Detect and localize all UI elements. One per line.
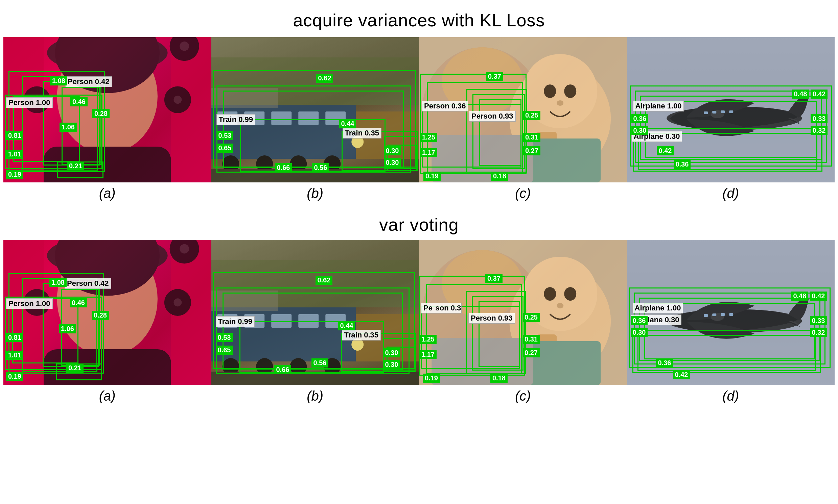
svg-rect-73	[298, 314, 319, 328]
svg-rect-97	[712, 313, 716, 316]
svg-rect-69	[356, 314, 419, 361]
svg-point-80	[352, 339, 363, 350]
svg-rect-74	[325, 314, 346, 328]
svg-point-61	[179, 244, 189, 254]
svg-rect-47	[712, 111, 716, 113]
page-wrapper: acquire variances with KL Loss	[0, 0, 838, 410]
caption-c-bot: (c)	[419, 389, 627, 404]
svg-rect-81	[211, 290, 278, 311]
caption-b-bot: (b)	[211, 389, 419, 404]
caption-row-2: (a) (b) (c) (d)	[0, 385, 838, 410]
svg-rect-72	[271, 314, 291, 328]
caption-d-top: (d)	[627, 186, 835, 201]
svg-rect-53	[44, 349, 171, 385]
svg-rect-24	[325, 111, 346, 125]
svg-point-87	[544, 287, 556, 301]
svg-point-38	[564, 85, 576, 98]
svg-point-88	[564, 287, 576, 301]
svg-point-65	[173, 298, 182, 306]
svg-rect-96	[704, 314, 708, 317]
caption-c-top: (c)	[419, 186, 627, 201]
main-title: acquire variances with KL Loss	[0, 0, 838, 37]
svg-rect-42	[431, 135, 533, 182]
caption-a-bot: (a)	[3, 389, 211, 404]
svg-rect-79	[211, 372, 419, 385]
caption-b-top: (b)	[211, 186, 419, 201]
cell-airplane-top: Airplane 1.00 Airplane 0.30 0.48 0.42 0.…	[627, 37, 835, 182]
svg-rect-48	[721, 110, 725, 113]
svg-point-13	[33, 95, 41, 104]
svg-point-84	[442, 250, 523, 318]
svg-rect-19	[356, 111, 419, 159]
caption-a-top: (a)	[3, 186, 211, 201]
svg-rect-29	[211, 169, 419, 182]
bottom-image-row: Person 1.00 Person 0.42 1.08 0.46 0.28 0…	[0, 240, 838, 385]
top-image-row: Person 1.00 Person 0.42 1.08 0.46 0.28 0…	[0, 37, 838, 182]
cell-baby-bot: Person 0.36 Person 0.93 0.37 0.25 1.25 0…	[419, 240, 627, 385]
cell-baby-top: Person 0.36 Person 0.93 0.37 0.25 1.25 0…	[419, 37, 627, 182]
svg-rect-92	[431, 338, 533, 385]
svg-rect-70	[217, 314, 237, 328]
svg-point-63	[33, 298, 41, 306]
svg-rect-3	[44, 147, 171, 182]
svg-point-39	[557, 100, 563, 106]
caption-d-bot: (d)	[627, 389, 835, 404]
svg-rect-46	[704, 111, 708, 114]
svg-point-37	[544, 85, 556, 98]
svg-point-30	[352, 136, 363, 148]
svg-rect-71	[244, 314, 264, 328]
cell-airplane-bot: Airplane 1.00 Airplane 0.30 0.48 0.42 0.…	[627, 240, 835, 385]
section2-title: var voting	[0, 208, 838, 240]
svg-rect-49	[729, 110, 733, 113]
cell-person-bot: Person 1.00 Person 0.42 1.08 0.46 0.28 0…	[3, 240, 211, 385]
svg-rect-99	[729, 313, 733, 316]
svg-rect-22	[271, 111, 291, 125]
svg-rect-98	[721, 313, 725, 316]
cell-train-bot: Train 0.99 Train 0.35 0.62 0.44 0.53 0.6…	[211, 240, 419, 385]
svg-point-15	[173, 95, 182, 104]
svg-rect-21	[244, 111, 264, 125]
svg-point-11	[179, 41, 189, 51]
cell-person-top: Person 1.00 Person 0.42 1.08 0.46 0.28 0…	[3, 37, 211, 182]
cell-train-top: Train 0.99 Train 0.35 0.62 0.53 0.44 0.6…	[211, 37, 419, 182]
svg-rect-31	[211, 88, 278, 108]
caption-row-1: (a) (b) (c) (d)	[0, 182, 838, 208]
svg-rect-23	[298, 111, 319, 125]
svg-point-89	[557, 303, 563, 308]
svg-rect-20	[217, 111, 237, 125]
svg-point-34	[442, 47, 523, 115]
